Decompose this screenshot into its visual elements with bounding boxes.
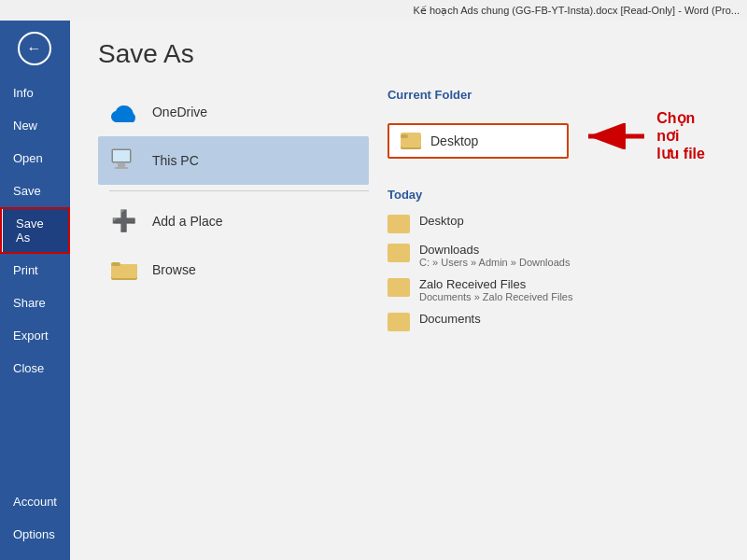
add-place-label: Add a Place bbox=[152, 214, 223, 229]
page-title: Save As bbox=[98, 39, 728, 69]
this-pc-label: This PC bbox=[152, 153, 199, 168]
sidebar-item-info[interactable]: Info bbox=[0, 77, 70, 109]
arrow-annotation: Chọn nơilưu file bbox=[584, 109, 710, 163]
svg-rect-6 bbox=[111, 262, 120, 266]
onedrive-icon bbox=[109, 97, 139, 127]
recent-item-path-downloads: C: » Users » Admin » Downloads bbox=[419, 257, 570, 268]
recent-item-desktop[interactable]: Desktop bbox=[388, 209, 710, 238]
back-circle[interactable]: ← bbox=[18, 32, 51, 65]
recent-item-name-downloads: Downloads bbox=[419, 243, 570, 257]
sidebar-item-save[interactable]: Save bbox=[0, 175, 70, 207]
back-arrow-icon: ← bbox=[26, 40, 41, 57]
recent-item-name-zalo: Zalo Received Files bbox=[419, 277, 572, 291]
sidebar-item-account[interactable]: Account bbox=[0, 485, 70, 518]
location-add-place[interactable]: ➕ Add a Place bbox=[98, 197, 369, 245]
recent-items-list: Desktop Downloads C: » Users » Admin » D… bbox=[388, 209, 710, 336]
svg-rect-2 bbox=[118, 163, 125, 167]
sidebar-item-open[interactable]: Open bbox=[0, 142, 70, 175]
svg-rect-1 bbox=[113, 150, 130, 161]
recent-item-zalo[interactable]: Zalo Received Files Documents » Zalo Rec… bbox=[388, 273, 710, 307]
browse-label: Browse bbox=[152, 262, 196, 277]
location-this-pc[interactable]: This PC bbox=[98, 136, 369, 185]
sidebar-item-print[interactable]: Print bbox=[0, 254, 70, 287]
sidebar-item-new[interactable]: New bbox=[0, 109, 70, 142]
recent-folder-icon-desktop bbox=[388, 215, 410, 233]
recent-item-name-desktop: Desktop bbox=[419, 214, 464, 228]
sidebar-item-close[interactable]: Close bbox=[0, 352, 70, 385]
recent-item-documents[interactable]: Documents bbox=[388, 307, 710, 336]
current-folder-icon bbox=[401, 133, 421, 149]
save-body: OneDrive This PC bbox=[98, 88, 728, 541]
location-onedrive[interactable]: OneDrive bbox=[98, 88, 369, 136]
svg-rect-9 bbox=[401, 134, 408, 138]
location-browse[interactable]: Browse bbox=[98, 245, 369, 294]
browse-icon bbox=[109, 255, 139, 285]
recent-folder-icon-documents bbox=[388, 313, 410, 331]
today-label: Today bbox=[388, 188, 710, 202]
location-list: OneDrive This PC bbox=[98, 88, 369, 541]
annotation-text: Chọn nơilưu file bbox=[656, 109, 710, 163]
sidebar-item-save-as[interactable]: Save As bbox=[0, 207, 70, 254]
title-text: Kế hoạch Ads chung (GG-FB-YT-Insta).docx… bbox=[414, 5, 740, 17]
onedrive-label: OneDrive bbox=[152, 105, 207, 119]
recent-folder-icon-zalo bbox=[388, 278, 410, 297]
sidebar-bottom: Account Options bbox=[0, 485, 70, 560]
add-place-icon: ➕ bbox=[109, 206, 139, 236]
recent-item-downloads[interactable]: Downloads C: » Users » Admin » Downloads bbox=[388, 238, 710, 273]
current-folder-box[interactable]: Desktop bbox=[388, 123, 569, 159]
location-divider bbox=[109, 190, 369, 191]
svg-rect-5 bbox=[111, 264, 137, 278]
back-button[interactable]: ← bbox=[0, 21, 70, 77]
red-arrow-icon bbox=[584, 123, 649, 149]
right-panel: Current Folder Desktop bbox=[369, 88, 728, 541]
sidebar-item-share[interactable]: Share bbox=[0, 287, 70, 319]
sidebar-item-export[interactable]: Export bbox=[0, 319, 70, 352]
recent-item-path-zalo: Documents » Zalo Received Files bbox=[419, 291, 572, 302]
svg-rect-3 bbox=[115, 167, 128, 169]
current-folder-title: Current Folder bbox=[388, 88, 710, 102]
title-bar: Kế hoạch Ads chung (GG-FB-YT-Insta).docx… bbox=[0, 0, 747, 21]
current-folder-name: Desktop bbox=[430, 133, 478, 148]
sidebar: ← Info New Open Save Save As Print Share… bbox=[0, 21, 70, 560]
recent-item-name-documents: Documents bbox=[419, 312, 481, 326]
sidebar-item-options[interactable]: Options bbox=[0, 518, 70, 551]
main-content: Save As OneDrive bbox=[70, 21, 747, 560]
recent-folder-icon-downloads bbox=[388, 244, 410, 262]
this-pc-icon bbox=[109, 146, 139, 175]
